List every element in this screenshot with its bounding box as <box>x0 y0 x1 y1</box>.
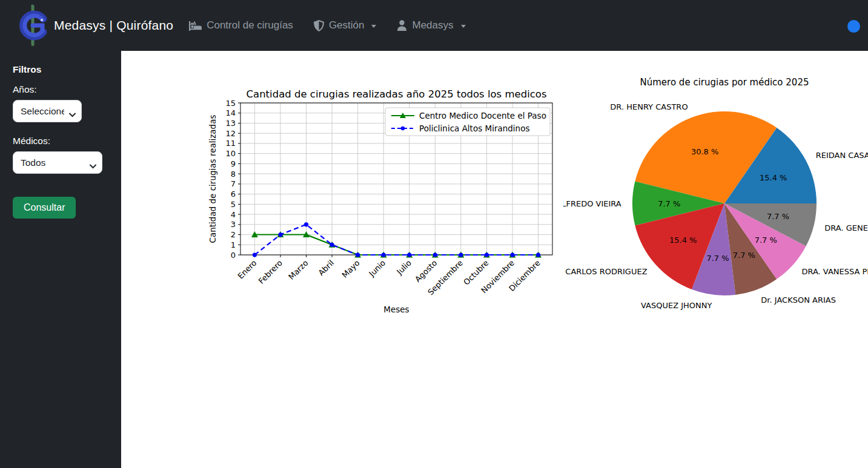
svg-text:Meses: Meses <box>383 305 409 314</box>
svg-text:Agosto: Agosto <box>413 258 439 283</box>
line-chart: 0123456789101112131415EneroFebreroMarzoA… <box>206 85 563 327</box>
svg-text:REIDAN CASAÑ: REIDAN CASAÑ <box>816 151 868 160</box>
main-nav: Control de cirugías Gestión Medasys <box>189 19 465 31</box>
svg-text:15.4 %: 15.4 % <box>760 173 787 182</box>
main-content: 0123456789101112131415EneroFebreroMarzoA… <box>121 51 868 468</box>
svg-text:12: 12 <box>225 129 236 138</box>
surgery-bed-icon <box>189 20 202 31</box>
nav-item-medasys-user[interactable]: Medasys <box>397 19 465 31</box>
svg-text:1: 1 <box>231 240 236 249</box>
svg-text:Número de cirugias por médico: Número de cirugias por médico 2025 <box>640 77 809 88</box>
chevron-down-icon <box>371 25 376 28</box>
svg-text:8: 8 <box>231 170 236 179</box>
svg-text:6: 6 <box>231 190 236 199</box>
svg-text:Cantidad de cirugias realizada: Cantidad de cirugias realizadas <box>208 115 217 243</box>
svg-text:Febrero: Febrero <box>257 258 284 285</box>
user-icon <box>397 20 407 31</box>
app-brand[interactable]: Medasys | Quirófano <box>54 18 173 33</box>
svg-text:Julio: Julio <box>394 258 413 277</box>
svg-text:5: 5 <box>231 200 236 209</box>
svg-text:15.4 %: 15.4 % <box>669 236 697 245</box>
svg-text:7.7 %: 7.7 % <box>733 251 755 260</box>
nav-item-control-de-cirugias[interactable]: Control de cirugías <box>189 19 293 31</box>
svg-text:Abril: Abril <box>317 259 336 278</box>
svg-text:DRA. VANESSA PER: DRA. VANESSA PER <box>801 267 868 276</box>
svg-text:2: 2 <box>231 230 236 239</box>
medasys-logo-icon <box>17 3 48 48</box>
svg-text:7.7 %: 7.7 % <box>706 254 729 263</box>
years-label: Años: <box>13 84 108 95</box>
filters-title: Filtros <box>13 64 108 75</box>
svg-text:11: 11 <box>225 139 236 148</box>
notification-dot[interactable] <box>847 20 860 33</box>
shield-icon <box>314 20 324 31</box>
nav-label: Control de cirugías <box>207 19 293 31</box>
svg-text:9: 9 <box>231 159 236 168</box>
svg-text:7.7 %: 7.7 % <box>767 212 789 221</box>
svg-text:Dr. JACKSON ARIAS: Dr. JACKSON ARIAS <box>761 295 836 305</box>
svg-text:14: 14 <box>225 108 236 117</box>
svg-text:7: 7 <box>231 179 236 188</box>
pie-chart-svg: Número de cirugias por médico 202515.4 %… <box>563 67 868 321</box>
nav-item-gestion[interactable]: Gestión <box>314 19 377 31</box>
chevron-down-icon <box>461 25 466 28</box>
svg-text:4: 4 <box>231 210 236 219</box>
doctors-select[interactable]: Todos <box>13 151 102 174</box>
years-select[interactable]: Seleccione <box>13 100 82 122</box>
top-navbar: Medasys | Quirófano Control de cirugías <box>0 0 868 51</box>
svg-text:Policlinica Altos Mirandinos: Policlinica Altos Mirandinos <box>419 124 529 133</box>
consultar-button[interactable]: Consultar <box>13 197 76 219</box>
svg-text:10: 10 <box>225 149 236 158</box>
svg-text:3: 3 <box>231 220 236 229</box>
svg-text:DRA. GENES: DRA. GENES <box>824 223 868 232</box>
svg-text:13: 13 <box>225 119 236 128</box>
svg-text:Enero: Enero <box>236 258 258 280</box>
svg-text:VASQUEZ JHONNY: VASQUEZ JHONNY <box>641 301 712 310</box>
svg-text:7.7 %: 7.7 % <box>755 236 777 245</box>
svg-text:7.7 %: 7.7 % <box>658 199 680 208</box>
svg-text:E CARLOS RODRIGUEZ: E CARLOS RODRIGUEZ <box>563 267 648 276</box>
svg-text:DR. HENRY CASTRO: DR. HENRY CASTRO <box>610 102 687 111</box>
pie-chart: Número de cirugias por médico 202515.4 %… <box>563 67 868 321</box>
svg-text:Cantidad de cirugias realizada: Cantidad de cirugias realizadas año 2025… <box>247 88 547 100</box>
svg-text:0: 0 <box>231 251 236 260</box>
doctors-label: Médicos: <box>13 136 108 147</box>
nav-label: Gestión <box>329 19 365 31</box>
svg-text:Junio: Junio <box>366 258 387 278</box>
svg-text:30.8 %: 30.8 % <box>691 147 718 156</box>
line-chart-svg: 0123456789101112131415EneroFebreroMarzoA… <box>206 85 563 327</box>
svg-text:15: 15 <box>225 99 236 108</box>
svg-text:LFREDO VIEIRA: LFREDO VIEIRA <box>563 199 621 208</box>
svg-text:Centro Medico Docente el Paso: Centro Medico Docente el Paso <box>419 111 546 120</box>
filters-sidebar: Filtros Años: Seleccione Médicos: Todos … <box>0 51 121 468</box>
nav-label: Medasys <box>412 19 453 31</box>
svg-text:Mayo: Mayo <box>340 258 362 279</box>
svg-text:Marzo: Marzo <box>287 258 310 281</box>
